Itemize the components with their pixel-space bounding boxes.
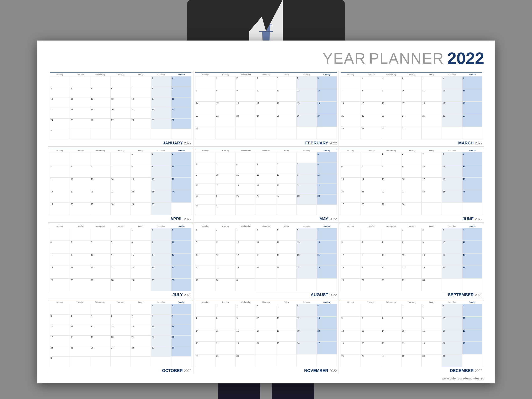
- day-cell: 10: [256, 89, 276, 102]
- day-header-saturday: Saturday: [442, 301, 462, 304]
- day-header-saturday: Saturday: [296, 149, 317, 152]
- day-cell: 4: [256, 228, 276, 241]
- day-cell: 12: [70, 177, 90, 190]
- month-year-label: 2022: [329, 217, 337, 221]
- day-cell: 26: [341, 354, 361, 367]
- day-cell: 15: [131, 177, 151, 190]
- day-cell: 7: [195, 317, 215, 329]
- day-cell: 4: [70, 314, 90, 325]
- day-cell: 9: [151, 241, 171, 253]
- month-header-line: [195, 300, 337, 300]
- day-cell: 25: [276, 114, 296, 127]
- day-cell: 26: [296, 114, 317, 127]
- month-year-label: 2022: [475, 141, 482, 145]
- month-year-label: 2022: [184, 293, 191, 297]
- month-name: NOVEMBER: [304, 368, 328, 373]
- empty-cell: [151, 129, 171, 139]
- month-name-row: MAY2022: [195, 216, 337, 221]
- day-cell: 6: [110, 314, 131, 325]
- day-cell: 28: [131, 346, 151, 357]
- day-cell: 7: [296, 163, 317, 173]
- day-cell: 20: [361, 266, 381, 279]
- day-cell: 28: [110, 279, 131, 291]
- empty-cell: [70, 228, 90, 241]
- day-cell: 18: [70, 108, 90, 119]
- day-headers-row: MondayTuesdayWednesdayThursdayFridaySatu…: [341, 301, 482, 304]
- day-cell: 23: [401, 190, 421, 203]
- day-header-monday: Monday: [195, 301, 215, 304]
- day-headers-row: MondayTuesdayWednesdayThursdayFridaySatu…: [50, 149, 191, 152]
- day-cell: 15: [317, 173, 337, 184]
- day-header-wednesday: Wednesday: [381, 225, 401, 228]
- day-cell: 27: [90, 203, 110, 215]
- month-header-line: [341, 300, 482, 300]
- day-header-monday: Monday: [195, 225, 215, 228]
- day-cell: 10: [401, 89, 421, 102]
- day-cell: 30: [151, 279, 171, 291]
- day-cell: 12: [90, 97, 110, 108]
- day-cell: 11: [442, 165, 462, 177]
- month-july: MondayTuesdayWednesdayThursdayFridaySatu…: [48, 222, 193, 298]
- day-header-tuesday: Tuesday: [361, 149, 381, 152]
- month-name-row: DECEMBER2022: [341, 368, 482, 373]
- empty-cell: [90, 304, 110, 314]
- day-header-wednesday: Wednesday: [90, 73, 110, 76]
- day-cell: 9: [236, 89, 256, 102]
- day-cell: 8: [131, 165, 151, 177]
- day-cell: 21: [195, 114, 215, 127]
- day-cell: 6: [341, 165, 361, 177]
- day-cell: 6: [90, 165, 110, 177]
- day-cell: 17: [236, 253, 256, 266]
- day-header-saturday: Saturday: [151, 301, 171, 304]
- empty-cell: [90, 76, 110, 87]
- day-header-saturday: Saturday: [151, 149, 171, 152]
- day-headers-row: MondayTuesdayWednesdayThursdayFridaySatu…: [341, 149, 482, 152]
- days-grid: 1234567891011121314151617181920212223242…: [50, 228, 191, 291]
- day-cell: 27: [317, 342, 337, 354]
- day-cell: 26: [462, 190, 482, 203]
- month-may: MondayTuesdayWednesdayThursdayFridaySatu…: [193, 146, 339, 222]
- empty-cell: [195, 76, 215, 89]
- day-cell: 8: [401, 317, 421, 329]
- day-cell: 14: [131, 325, 151, 336]
- day-cell: 29: [151, 346, 171, 357]
- day-cell: 8: [131, 241, 151, 253]
- day-header-sunday: Sunday: [317, 73, 337, 76]
- day-cell: 15: [401, 253, 421, 266]
- day-cell: 29: [401, 279, 421, 291]
- day-cell: 26: [341, 279, 361, 291]
- day-cell: 2: [401, 152, 421, 165]
- empty-cell: [171, 129, 191, 139]
- empty-cell: [171, 203, 191, 215]
- day-cell: 1: [215, 76, 235, 89]
- day-cell: 26: [276, 266, 296, 279]
- day-cell: 4: [276, 76, 296, 89]
- day-cell: 4: [276, 304, 296, 317]
- day-headers-row: MondayTuesdayWednesdayThursdayFridaySatu…: [341, 73, 482, 76]
- day-cell: 9: [236, 317, 256, 329]
- day-cell: 5: [462, 152, 482, 165]
- day-cell: 2: [171, 76, 191, 87]
- day-cell: 7: [195, 89, 215, 102]
- day-cell: 19: [90, 108, 110, 119]
- day-cell: 31: [50, 356, 70, 367]
- day-cell: 6: [110, 87, 131, 97]
- day-cell: 6: [361, 241, 381, 253]
- day-cell: 10: [215, 173, 235, 184]
- day-cell: 16: [422, 329, 442, 342]
- website-credit: www.calendars-templates.eu: [442, 377, 484, 380]
- empty-cell: [110, 228, 131, 241]
- day-cell: 8: [401, 241, 421, 253]
- day-header-sunday: Sunday: [317, 225, 337, 228]
- day-header-saturday: Saturday: [151, 73, 171, 76]
- day-header-sunday: Sunday: [171, 149, 191, 152]
- month-header-line: [195, 224, 337, 224]
- day-cell: 12: [341, 329, 361, 342]
- day-header-friday: Friday: [422, 73, 442, 76]
- day-cell: 17: [215, 184, 235, 194]
- day-cell: 17: [422, 177, 442, 190]
- day-cell: 24: [50, 119, 70, 129]
- day-header-thursday: Thursday: [401, 301, 421, 304]
- day-headers-row: MondayTuesdayWednesdayThursdayFridaySatu…: [195, 301, 337, 304]
- day-cell: 1: [361, 76, 381, 89]
